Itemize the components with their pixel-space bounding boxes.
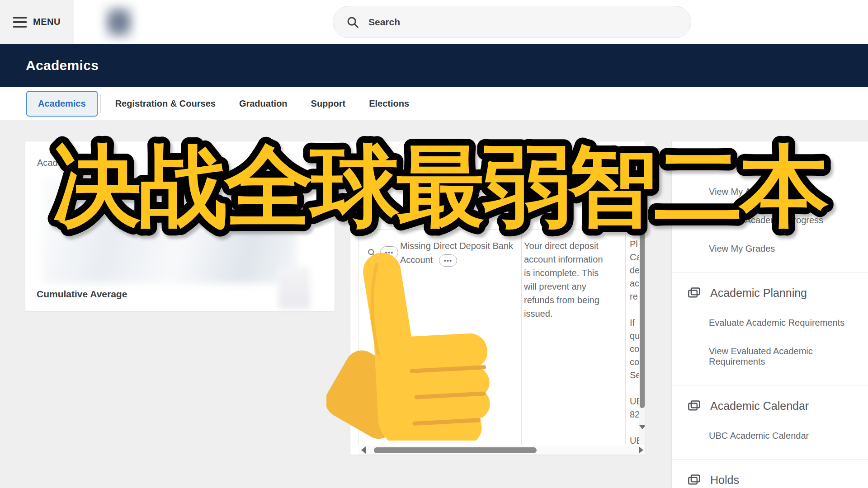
section-title: Academic Calendar bbox=[710, 399, 809, 413]
row-menu-button[interactable]: ••• bbox=[380, 246, 398, 258]
tab-support[interactable]: Support bbox=[299, 91, 358, 117]
quick-links-sidebar: Academic Records View My Academic Record… bbox=[671, 141, 868, 488]
page-title: Academics bbox=[26, 58, 99, 73]
stacked-pages-icon bbox=[687, 473, 701, 487]
link-evaluate-academic-requirements[interactable]: Evaluate Academic Requirements bbox=[672, 318, 868, 328]
card-title: Academic Summary bbox=[37, 158, 118, 168]
top-bar: MENU bbox=[0, 0, 868, 44]
tab-academics[interactable]: Academics bbox=[26, 91, 98, 117]
tab-bar: Academics Registration & Courses Graduat… bbox=[0, 87, 868, 120]
notification-title-cell: Missing Direct Deposit Bank Account ••• bbox=[400, 239, 516, 267]
section-academic-records: Academic Records View My Academic Record… bbox=[672, 141, 868, 272]
notifications-card: ••• Missing Direct Deposit Bank Account … bbox=[350, 141, 645, 455]
link-view-my-academic-record[interactable]: View My Academic Record bbox=[672, 187, 868, 197]
section-header: Holds bbox=[672, 473, 868, 487]
scroll-down-arrow[interactable] bbox=[639, 425, 645, 429]
tab-elections[interactable]: Elections bbox=[357, 91, 421, 117]
table-column-border bbox=[359, 229, 359, 445]
scroll-right-arrow[interactable] bbox=[639, 446, 643, 454]
page-header: Academics bbox=[0, 44, 868, 87]
section-header: Academic Calendar bbox=[672, 399, 868, 413]
section-header: Academic Records bbox=[672, 155, 868, 169]
link-view-my-grades[interactable]: View My Grades bbox=[672, 244, 868, 254]
section-title: Holds bbox=[710, 474, 739, 487]
magnifier-icon[interactable] bbox=[367, 248, 377, 258]
academic-summary-card: Academic Summary Cumulative Average bbox=[25, 141, 335, 311]
university-logo[interactable] bbox=[103, 5, 135, 40]
section-holds: Holds Active Holds bbox=[672, 459, 868, 488]
row-tools: ••• bbox=[367, 246, 398, 258]
tab-graduation[interactable]: Graduation bbox=[227, 91, 299, 117]
link-view-my-academic-progress[interactable]: View My Academic Progress bbox=[672, 215, 868, 225]
table-column-border bbox=[625, 229, 626, 445]
link-ubc-academic-calendar[interactable]: UBC Academic Calendar bbox=[672, 431, 868, 441]
tab-divider bbox=[100, 94, 101, 113]
table-top-border bbox=[359, 229, 639, 230]
section-header: Academic Planning bbox=[672, 286, 868, 300]
related-actions-button[interactable]: ••• bbox=[439, 254, 457, 267]
menu-button[interactable]: MENU bbox=[0, 0, 74, 44]
section-academic-planning: Academic Planning Evaluate Academic Requ… bbox=[672, 272, 868, 385]
clipped-column: Pl Ca de ac re If qu co co Se UB 82 UB 8… bbox=[630, 239, 640, 446]
gear-icon[interactable] bbox=[316, 163, 329, 177]
vertical-scrollbar-thumb[interactable] bbox=[640, 229, 645, 408]
vertical-scrollbar[interactable] bbox=[639, 229, 645, 445]
blurred-average-value bbox=[278, 267, 310, 309]
link-view-evaluated-academic-requirements[interactable]: View Evaluated Academic Requirements bbox=[672, 346, 868, 367]
tab-registration-courses[interactable]: Registration & Courses bbox=[104, 91, 227, 117]
stacked-pages-icon bbox=[687, 399, 701, 413]
stacked-pages-icon bbox=[687, 155, 701, 169]
scroll-left-arrow[interactable] bbox=[361, 446, 366, 454]
section-academic-calendar: Academic Calendar UBC Academic Calendar bbox=[672, 385, 868, 459]
search-bar[interactable] bbox=[333, 6, 691, 38]
search-icon bbox=[346, 15, 359, 29]
menu-label: MENU bbox=[33, 17, 61, 27]
table-column-border bbox=[395, 229, 395, 445]
cumulative-average-label: Cumulative Average bbox=[37, 289, 127, 300]
stacked-pages-icon bbox=[687, 286, 701, 300]
horizontal-scrollbar-thumb[interactable] bbox=[374, 447, 537, 453]
search-input[interactable] bbox=[368, 17, 678, 28]
blurred-chart-image bbox=[42, 178, 297, 283]
notification-description: Your direct deposit account information … bbox=[524, 239, 620, 320]
section-title: Academic Planning bbox=[710, 286, 807, 300]
section-title: Academic Records bbox=[710, 155, 805, 169]
hamburger-icon bbox=[13, 17, 27, 28]
horizontal-scrollbar[interactable] bbox=[359, 446, 645, 455]
table-column-border bbox=[521, 229, 522, 445]
